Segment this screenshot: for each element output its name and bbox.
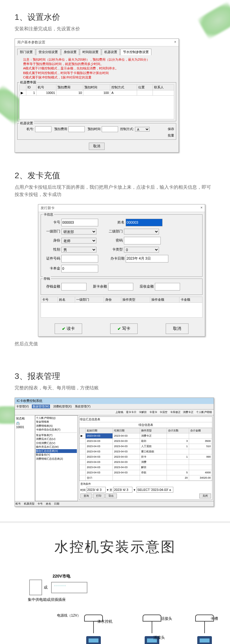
tb-item[interactable]: 个人帐户明细: [196, 411, 212, 414]
select-cardtype[interactable]: 0: [124, 247, 159, 253]
menu-item[interactable]: 个人帐户明细(Q): [36, 416, 77, 420]
label-yksj: 预扣时间: [86, 127, 101, 131]
table-row[interactable]: 2023-04-032023-04-03窗口机助款: [79, 449, 212, 454]
table-row[interactable]: ▶ 1 10001 10 100 A: [20, 90, 174, 95]
save-link[interactable]: 保存: [168, 127, 174, 131]
cancel-button[interactable]: 取消: [89, 143, 105, 150]
input-date[interactable]: [126, 255, 168, 262]
tab-dept[interactable]: 部门设置: [17, 49, 35, 55]
cancel-button[interactable]: 取消: [166, 323, 189, 334]
menu-item[interactable]: 资金平衡表(T): [36, 433, 77, 438]
input-yksj[interactable]: [102, 126, 118, 132]
select-gender[interactable]: 男: [61, 247, 96, 253]
report-table: 起始日期结束日期 操作类型合计次数合计金额 ▶2023-04-032023-04…: [79, 428, 212, 481]
input-name[interactable]: [126, 219, 162, 226]
menu-data[interactable]: 数据管理(W): [32, 405, 50, 408]
power-label: 220V市电: [53, 574, 70, 579]
input-balance[interactable]: [108, 283, 133, 290]
menu-item[interactable]: 操作类流水汇总(W): [36, 445, 77, 449]
tb-item[interactable]: 退卡卡片: [126, 411, 136, 414]
label-jh: 机号:: [19, 127, 34, 131]
menu-item[interactable]: 消费流水汇总(U): [36, 437, 77, 441]
tab-group[interactable]: 营业分组设置: [36, 49, 60, 55]
section-desc: 完整的报表，每天、每月明细，方便结账: [15, 384, 215, 392]
label-date: 办卡日期: [107, 256, 124, 261]
table-row[interactable]: 2023-04-032023-04-03消费: [79, 459, 212, 465]
issue-card-window: 发行新卡 × 卡信息 卡号 姓名 一级部门研发部 二级部门 身份老师 密码: [38, 204, 205, 337]
table-row[interactable]: 2023-04-032023-04-03助补33500: [79, 438, 212, 444]
tree-node[interactable]: 状态检: [16, 416, 34, 421]
tb-item[interactable]: 上取钱: [115, 411, 123, 414]
menu-item-selected[interactable]: 综合汇总信息表(X): [36, 449, 77, 453]
query-button[interactable]: 查询: [80, 494, 92, 498]
group-title: 机器设置: [19, 121, 34, 125]
shower-unit: [184, 615, 225, 644]
export-button[interactable]: 导出: [105, 494, 117, 498]
tb-item[interactable]: 卡清空: [160, 411, 167, 414]
label-pwd: 密码: [105, 238, 123, 243]
date-to[interactable]: [113, 487, 132, 493]
table-row[interactable]: 2023-04-032023-04-03挂卡1990: [79, 454, 212, 459]
check-icon: ✔: [62, 326, 65, 331]
tab-water-control[interactable]: 节水控制参数设置: [120, 49, 151, 55]
section-desc: 安装和注册完成后，先设置水价: [15, 25, 215, 33]
tab-timeslot[interactable]: 时间段设置: [80, 49, 101, 55]
label-dept1: 一级部门: [43, 229, 60, 234]
menu-machine[interactable]: 消费机管理(X): [53, 405, 72, 408]
close-button[interactable]: 关闭: [199, 494, 211, 498]
menu-card[interactable]: 卡管理(V): [16, 405, 29, 408]
table-row[interactable]: 2023-04-032023-04-03解挂: [79, 465, 212, 470]
close-icon[interactable]: ×: [174, 40, 176, 45]
card-info-group: 卡信息 卡号 姓名 一级部门研发部 二级部门 身份老师 密码 性别男 卡类型0: [41, 214, 203, 277]
table-row[interactable]: 2023-04-032023-04-03人工退款1510: [79, 444, 212, 449]
table-row[interactable]: 2023-04-032023-04-03存款54000: [79, 470, 212, 475]
select-dept1[interactable]: 研发部: [61, 229, 96, 235]
water-controller-icon: [86, 636, 101, 644]
sql-text[interactable]: [136, 487, 173, 493]
close-icon[interactable]: ×: [200, 206, 203, 211]
menu-item[interactable]: 分组消费汇总(V): [36, 441, 77, 445]
label-principal: 卡本金: [43, 266, 60, 271]
select-kzfs[interactable]: A: [135, 127, 150, 132]
tb-item[interactable]: 卡退卡: [149, 411, 157, 414]
menu-system[interactable]: 系统管理(Y): [75, 405, 90, 408]
write-card-button[interactable]: ✔写卡: [110, 323, 138, 334]
tb-item[interactable]: 卡库修正: [170, 411, 181, 414]
input-ykfy[interactable]: [68, 126, 85, 132]
tab-machine[interactable]: 机器设置: [102, 49, 120, 55]
tree-code[interactable]: 10001: [16, 426, 34, 429]
select-dept2[interactable]: [124, 229, 159, 235]
select-identity[interactable]: 老师: [61, 238, 96, 244]
tab-bar: 部门设置 营业分组设置 身份设置 时间段设置 机器设置 节水控制参数设置: [17, 49, 176, 55]
label-cardtype: 卡类型: [105, 247, 123, 252]
tb-item[interactable]: 消费卡正: [183, 411, 193, 414]
menu-item[interactable]: 数据备份(Y): [36, 453, 77, 457]
label-deposit: 存钱金额: [43, 284, 60, 289]
input-cardno[interactable]: [61, 219, 98, 226]
psu-caption: 集中供电箱或排插插座: [28, 597, 66, 602]
table-row[interactable]: 合计:2034020.00: [79, 475, 212, 480]
tb-item[interactable]: 卡解挂: [139, 411, 147, 414]
input-deposit[interactable]: [61, 283, 87, 290]
warning-note: 注意：预扣时间（以秒为单位，最大为255秒），预扣费用（以分为单位，最大为255…: [23, 57, 176, 80]
input-receivable[interactable]: [155, 283, 180, 290]
print-button[interactable]: 打印: [93, 494, 105, 498]
decorative-leaf: [197, 1, 230, 39]
menu-item[interactable]: 消费明细汇总信息表(Z): [36, 457, 77, 461]
menu-item[interactable]: 消费明细表(S): [36, 424, 77, 428]
label-cardno: 卡号: [43, 220, 60, 225]
input-principal[interactable]: [61, 265, 98, 272]
tab-identity[interactable]: 身份设置: [61, 49, 79, 55]
input-idno[interactable]: [61, 255, 98, 262]
input-pwd[interactable]: [124, 237, 161, 244]
read-card-button[interactable]: ✔读卡: [55, 323, 82, 334]
date-from[interactable]: [87, 487, 106, 493]
menu-item[interactable]: 资金明细表: [36, 420, 77, 424]
batch-link[interactable]: 批量: [168, 134, 174, 137]
plug-strip-icon: [51, 582, 87, 593]
report-window: IC卡收费控制系统 卡管理(V) 数据管理(W) 消费机管理(X) 系统管理(Y…: [15, 398, 214, 507]
input-jh[interactable]: [35, 126, 51, 132]
table-row[interactable]: ▶2023-04-032023-04-03消费卡正: [79, 433, 212, 438]
menu-item[interactable]: 卡操作综合信息表(T): [36, 428, 77, 432]
label-receivable: 应收金额: [136, 284, 154, 289]
